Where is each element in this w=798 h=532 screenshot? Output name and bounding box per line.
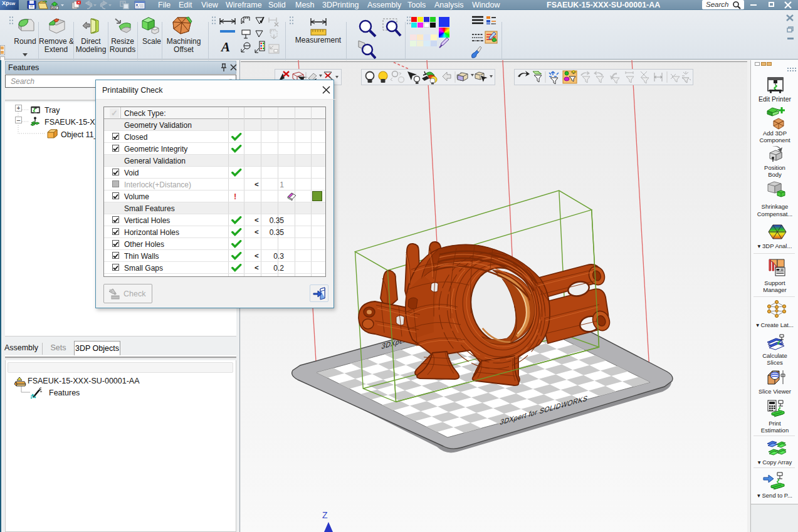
svg-text:MM: MM [51, 6, 56, 10]
svg-text:Z: Z [322, 510, 328, 520]
